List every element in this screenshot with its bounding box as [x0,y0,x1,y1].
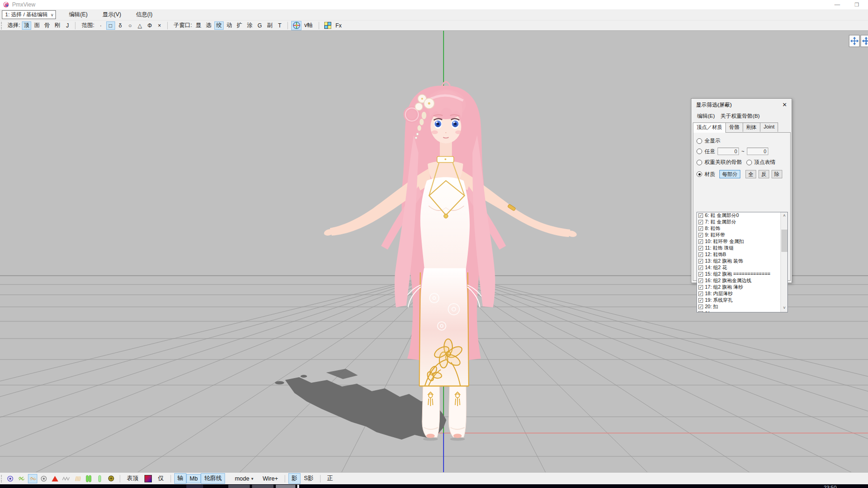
menu-edit[interactable]: 编辑(E) [67,10,89,20]
panel-menu-weight-bones[interactable]: 关于权重骨骼(B) [720,113,759,120]
radio-weight-bones[interactable] [697,160,702,165]
radio-any-range[interactable] [697,149,702,154]
edit-mode-dropdown[interactable]: 1: 选择 / 基础编辑 ∨ [2,10,56,19]
invert-button[interactable]: 反 [759,170,769,178]
select-all-button[interactable]: 全 [745,170,756,178]
material-row[interactable]: ✓8: 鞋饰 [697,225,787,232]
material-row[interactable]: ✓18: 内层薄纱 [697,291,787,297]
pan-view-button-2[interactable] [861,35,868,47]
zigzag-icon[interactable] [62,474,71,483]
scribble-green-icon[interactable] [17,474,26,483]
material-row[interactable]: ✓6: 鞋 金属部分0 [697,212,787,219]
material-row[interactable]: ✓11: 鞋饰 珠链 [697,245,787,251]
restore-button[interactable]: ❐ [850,0,864,9]
subwindow-副[interactable]: 副 [265,21,274,30]
material-row[interactable]: ✓17: 组2 旗袍 薄纱 [697,284,787,291]
material-row[interactable]: ✓7: 鞋 金属部分 [697,219,787,225]
capsule-pair-icon[interactable] [84,474,93,483]
vaxis-button[interactable]: v軸 [301,21,315,30]
vertex-color-swatch[interactable] [144,475,152,482]
scroll-thumb[interactable] [781,230,787,252]
hatch-orange-icon[interactable] [73,474,82,483]
material-row[interactable]: ✓15: 组2 旗袍 ============= [697,271,787,278]
material-row[interactable]: ✓14: 组2 花 [697,264,787,271]
material-checkbox[interactable]: ✓ [698,226,703,231]
menu-info[interactable]: 信息(I) [134,10,154,20]
material-list[interactable]: ✓6: 鞋 金属部分0✓7: 鞋 金属部分✓8: 鞋饰✓9: 鞋环带✓10: 鞋… [697,212,788,312]
range-mode-·[interactable]: · [96,21,105,30]
pan-view-button[interactable] [849,35,860,47]
select-mode-J[interactable]: J [63,21,72,30]
taskbar-item[interactable] [186,485,203,488]
subwindow-扩[interactable]: 扩 [235,21,244,30]
subwindow-T[interactable]: T [275,21,284,30]
panel-menu-edit[interactable]: 编辑(E) [697,113,715,120]
material-row[interactable]: ✓12: 鞋饰B [697,251,787,258]
subwindow-动[interactable]: 动 [225,21,234,30]
range-to-field[interactable]: 0 [747,148,768,155]
taskbar-item[interactable] [252,485,273,488]
wire-plus-button[interactable]: Wire+ [260,474,281,483]
material-checkbox[interactable]: ✓ [698,291,703,296]
range-mode-□[interactable]: □ [106,21,115,30]
range-mode-Φ[interactable]: Φ [145,21,154,30]
subwindow-涂[interactable]: 涂 [245,21,254,30]
front-view-button[interactable]: 正 [324,473,336,484]
subwindow-G[interactable]: G [255,21,264,30]
mode-dropdown-button[interactable]: mode ▾ [232,474,257,483]
material-checkbox[interactable]: ✓ [698,285,703,290]
material-row[interactable]: ✓19: 系线穿孔 [697,297,787,304]
select-mode-骨[interactable]: 骨 [42,21,52,30]
material-checkbox[interactable]: ✓ [698,252,703,257]
material-checkbox[interactable]: ✓ [698,272,703,277]
gear-yellow-icon[interactable] [106,474,116,483]
material-checkbox[interactable]: ✓ [698,220,703,224]
radio-vertex-morph[interactable] [746,160,752,165]
tab-vertex-material[interactable]: 顶点／材质 [693,122,726,133]
select-mode-顶[interactable]: 顶 [22,21,31,30]
range-mode-○[interactable]: ○ [126,21,135,30]
marker-blue-icon[interactable] [6,474,15,483]
material-row[interactable]: ✓10: 鞋环带 金属扣 [697,238,787,245]
material-checkbox[interactable]: ✓ [698,259,703,264]
material-checkbox[interactable]: ✓ [698,278,703,283]
remove-button[interactable]: 除 [772,170,782,178]
scribble-orange-icon[interactable] [28,474,37,483]
material-row[interactable]: ✓20: 扣 [697,304,787,310]
range-mode-δ[interactable]: δ [116,21,125,30]
toolbar-grip[interactable] [1,475,3,482]
material-row[interactable]: ✓9: 鞋环带 [697,232,787,238]
minimize-button[interactable]: — [830,0,844,9]
scroll-up-icon[interactable]: ˄ [781,212,788,220]
marker-gray-icon[interactable] [39,474,48,483]
radio-material[interactable] [697,171,702,177]
menu-view[interactable]: 显示(V) [101,10,123,20]
taskbar-item[interactable] [276,485,295,488]
radio-show-all[interactable] [697,138,702,144]
toggle-Mb[interactable]: Mb [186,474,201,483]
vertex-display-button[interactable]: 表顶 [123,473,142,484]
toggle-轴[interactable]: 轴 [174,473,187,484]
material-row[interactable]: ✓21: [697,310,787,312]
material-list-scrollbar[interactable]: ˄ ˅ [780,212,787,312]
tab-joint[interactable]: Joint [760,122,778,132]
material-checkbox[interactable]: ✓ [698,265,703,270]
material-checkbox[interactable]: ✓ [698,311,703,312]
select-mode-面[interactable]: 面 [32,21,41,30]
toolbar-grip[interactable] [1,22,3,29]
subwindow-显[interactable]: 显 [194,21,203,30]
scroll-down-icon[interactable]: ˅ [781,305,788,312]
subwindow-绞[interactable]: 绞 [214,21,224,30]
subwindow-选[interactable]: 选 [204,21,213,30]
material-checkbox[interactable]: ✓ [698,298,703,303]
3d-viewport[interactable]: 显示筛选(屏蔽) ✕ 编辑(E) 关于权重骨骼(B) 顶点／材质 骨骼 刚体 J… [0,31,868,472]
range-mode-△[interactable]: △ [136,21,144,30]
range-mode-×[interactable]: × [155,21,164,30]
material-checkbox[interactable]: ✓ [698,213,703,218]
quad-view-button[interactable] [322,21,333,30]
select-mode-刚[interactable]: 刚 [53,21,62,30]
tab-bones[interactable]: 骨骼 [725,122,743,132]
fx-button[interactable]: Fx [333,21,344,30]
triangle-red-icon[interactable] [50,474,60,483]
close-icon[interactable]: ✕ [780,101,789,109]
